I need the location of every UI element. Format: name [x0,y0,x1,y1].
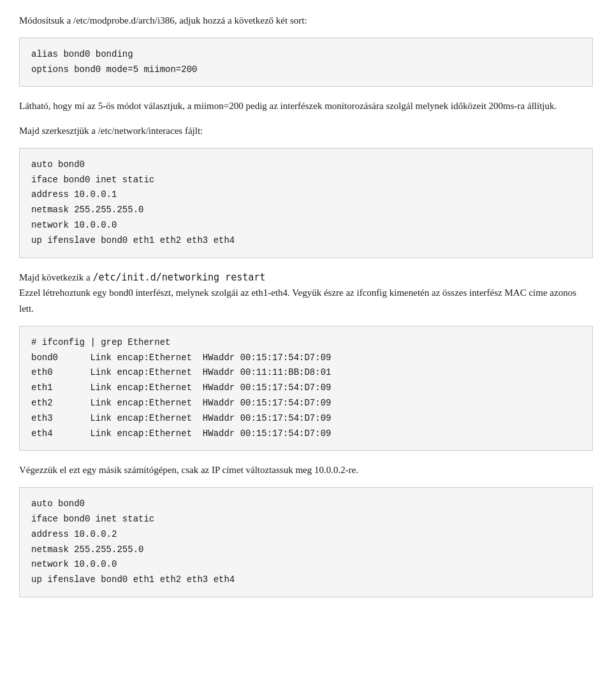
code-block-2: auto bond0 iface bond0 inet static addre… [19,148,593,258]
para-3: Majd következik a /etc/init.d/networking… [19,270,593,317]
code-block-4: auto bond0 iface bond0 inet static addre… [19,487,593,597]
code-block-3: # ifconfig | grep Ethernet bond0 Link en… [19,326,593,451]
intro-heading: Módosítsuk a /etc/modprobe.d/arch/i386, … [19,13,593,29]
code-block-1: alias bond0 bonding options bond0 mode=5… [19,38,593,87]
para-3-text: Majd következik a /etc/init.d/networking… [19,272,576,314]
para-2: Majd szerkesztjük a /etc/network/interac… [19,123,593,139]
inline-code-1: /etc/init.d/networking restart [92,272,265,283]
page-content: Módosítsuk a /etc/modprobe.d/arch/i386, … [19,13,593,597]
para-4: Végezzük el ezt egy másik számítógépen, … [19,462,593,478]
para-1: Látható, hogy mi az 5-ös módot választju… [19,98,593,114]
